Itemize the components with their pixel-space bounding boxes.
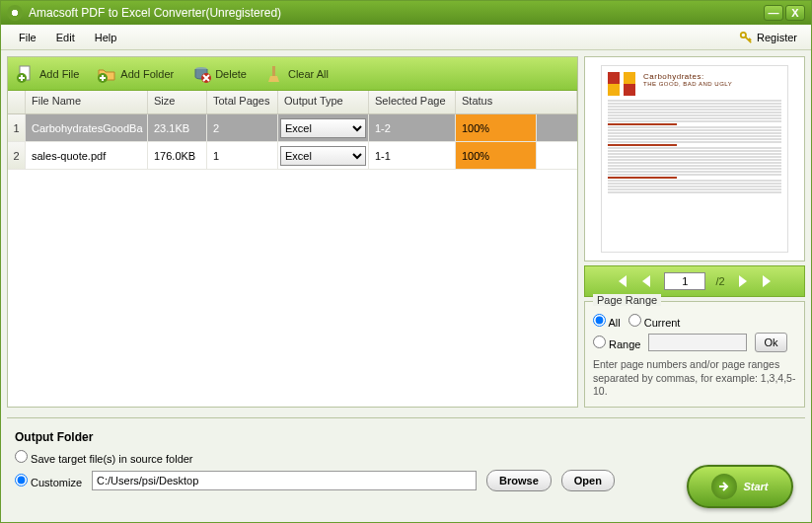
next-page-button[interactable] — [735, 273, 751, 289]
register-button[interactable]: Register — [733, 27, 803, 48]
cell-selected-page: 1-2 — [369, 114, 456, 141]
app-window: Amacsoft PDF to Excel Converter(Unregist… — [0, 0, 812, 523]
menubar: File Edit Help Register — [1, 25, 811, 50]
browse-button[interactable]: Browse — [486, 470, 552, 491]
cell-status: 100% — [456, 114, 537, 141]
row-num: 1 — [8, 114, 26, 141]
page-range-box: Page Range All Current Range Ok Enter pa… — [584, 301, 805, 408]
menu-edit[interactable]: Edit — [46, 28, 85, 47]
preview-title-1: Carbohydrates: — [643, 72, 732, 81]
add-folder-icon — [97, 64, 116, 84]
toolbar: Add File Add Folder Delete Clear All — [8, 57, 577, 91]
save-source-option[interactable]: Save target file(s) in source folder — [15, 450, 193, 465]
first-page-button[interactable] — [613, 273, 628, 289]
add-file-button[interactable]: Add File — [16, 64, 79, 84]
divider — [7, 417, 805, 418]
range-ok-button[interactable]: Ok — [755, 333, 786, 352]
register-label: Register — [757, 32, 797, 43]
cell-file-name: sales-quote.pdf — [26, 142, 148, 169]
range-hint: Enter page numbers and/or page ranges se… — [593, 358, 796, 399]
last-page-button[interactable] — [761, 273, 776, 289]
output-type-select[interactable]: Excel — [280, 118, 366, 138]
th-status[interactable]: Status — [456, 91, 577, 113]
range-range-option[interactable]: Range — [593, 336, 640, 350]
cell-status: 100% — [456, 142, 537, 169]
titlebar: Amacsoft PDF to Excel Converter(Unregist… — [1, 1, 811, 25]
page-range-legend: Page Range — [593, 294, 661, 306]
table-header: File Name Size Total Pages Output Type S… — [8, 91, 577, 114]
start-label: Start — [743, 481, 768, 492]
cell-total-pages: 1 — [207, 142, 278, 169]
svg-rect-6 — [272, 66, 275, 76]
page-total: /2 — [715, 275, 724, 287]
cell-size: 176.0KB — [148, 142, 207, 169]
menu-file[interactable]: File — [9, 28, 46, 47]
pager: /2 — [584, 265, 805, 297]
delete-button[interactable]: Delete — [191, 64, 247, 84]
th-output-type[interactable]: Output Type — [278, 91, 369, 113]
delete-icon — [191, 64, 211, 84]
window-title: Amacsoft PDF to Excel Converter(Unregist… — [29, 6, 764, 20]
th-file-name[interactable]: File Name — [26, 91, 148, 113]
th-selected-page[interactable]: Selected Page — [369, 91, 456, 113]
output-path-input[interactable] — [92, 471, 477, 490]
output-folder-heading: Output Folder — [15, 430, 797, 444]
customize-option[interactable]: Customize — [15, 474, 82, 488]
table-row[interactable]: 2 sales-quote.pdf 176.0KB 1 Excel 1-1 10… — [8, 142, 577, 170]
cell-selected-page: 1-1 — [369, 142, 456, 169]
menu-help[interactable]: Help — [85, 28, 127, 47]
close-button[interactable]: X — [785, 5, 805, 21]
cell-file-name: CarbohydratesGoodBa — [26, 114, 148, 141]
output-type-select[interactable]: Excel — [280, 146, 366, 166]
document-preview: Carbohydrates: THE GOOD, BAD AND UGLY — [601, 65, 788, 253]
th-size[interactable]: Size — [148, 91, 207, 113]
add-folder-button[interactable]: Add Folder — [97, 64, 174, 84]
clear-all-button[interactable]: Clear All — [264, 64, 329, 84]
add-file-icon — [16, 64, 36, 84]
table-row[interactable]: 1 CarbohydratesGoodBa 23.1KB 2 Excel 1-2… — [8, 114, 577, 142]
file-table: File Name Size Total Pages Output Type S… — [8, 91, 577, 407]
range-input[interactable] — [648, 334, 747, 351]
range-all-option[interactable]: All — [593, 314, 621, 329]
right-pane: Carbohydrates: THE GOOD, BAD AND UGLY — [584, 56, 805, 408]
key-icon — [739, 31, 753, 44]
preview-pane: Carbohydrates: THE GOOD, BAD AND UGLY — [584, 56, 805, 262]
row-num: 2 — [8, 142, 26, 169]
clear-all-icon — [264, 64, 284, 84]
minimize-button[interactable]: — — [764, 5, 783, 21]
start-button[interactable]: Start — [687, 465, 793, 508]
cell-total-pages: 2 — [207, 114, 278, 141]
cell-size: 23.1KB — [148, 114, 207, 141]
app-logo-icon — [7, 5, 23, 21]
range-current-option[interactable]: Current — [628, 314, 681, 329]
prev-page-button[interactable] — [638, 273, 654, 289]
file-list-pane: Add File Add Folder Delete Clear All — [7, 56, 578, 408]
start-arrow-icon — [711, 474, 737, 499]
th-total-pages[interactable]: Total Pages — [207, 91, 278, 113]
preview-title-2: THE GOOD, BAD AND UGLY — [643, 81, 732, 87]
open-button[interactable]: Open — [561, 470, 615, 491]
page-input[interactable] — [664, 272, 705, 290]
